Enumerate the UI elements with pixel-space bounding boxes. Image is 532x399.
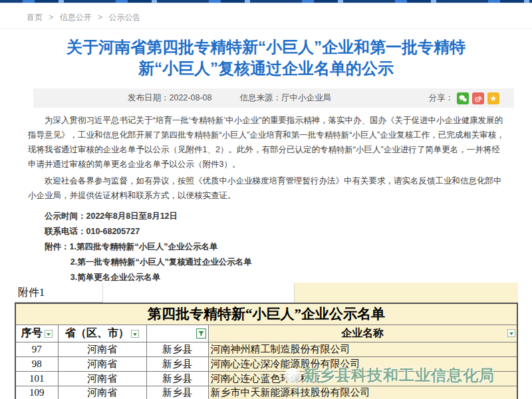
- wechat-glyph: [458, 94, 467, 103]
- header-province-label: 省（区、市）: [65, 327, 129, 338]
- page-title-line1: 关于河南省第四批专精特新“小巨人”企业和第一批专精特: [37, 37, 495, 58]
- publish-date-value: 2022-08-08: [170, 93, 212, 102]
- attachment-item-2: 2.第一批专精特新“小巨人”复核通过企业公示名单: [28, 255, 505, 270]
- header-province: 省（区、市）: [58, 325, 146, 342]
- info-source-label: 信息来源：: [239, 93, 281, 102]
- qzone-star-share-icon[interactable]: ★: [487, 92, 499, 104]
- cell-province: 河南省: [58, 371, 146, 386]
- cell-serial: 109: [15, 386, 58, 399]
- breadcrumb-separator: >: [49, 13, 53, 22]
- article-body: 为深入贯彻习近平总书记关于“培育一批‘专精特新’中小企业”的重要指示精神，落实中…: [28, 113, 505, 302]
- header-serial: 序号: [15, 325, 58, 342]
- cell-serial: 98: [15, 356, 58, 371]
- cell-county: 新乡县: [146, 386, 208, 399]
- info-source: 信息来源：厅中小企业局: [239, 92, 331, 104]
- wechat-share-icon[interactable]: [457, 92, 469, 104]
- empty-yellow-cell: [295, 283, 518, 303]
- cell-county: 新乡县: [146, 342, 208, 356]
- table-title: 第四批专精特新“小巨人”企业公示名单: [15, 303, 517, 325]
- table-row: 97 河南省 新乡县 河南神州精工制造股份有限公司: [15, 342, 517, 356]
- cell-company: 新乡市中天新能源科技股份有限公司: [208, 386, 517, 399]
- cell-company: 河南神州精工制造股份有限公司: [208, 342, 517, 356]
- breadcrumb-home-link[interactable]: 首页: [27, 13, 43, 22]
- cell-company: 河南心连心蓝色环保科技: [208, 371, 517, 386]
- notice-time-line: 公示时间：2022年8月8日至8月12日: [28, 209, 505, 224]
- cell-serial: 97: [15, 342, 58, 356]
- breadcrumb-info-link[interactable]: 信息公开: [60, 13, 92, 22]
- contact-phone-line: 联系电话：010-68205727: [28, 224, 505, 239]
- breadcrumb-separator: >: [98, 13, 102, 22]
- table-header-row: 序号 省（区、市） 企业名称: [15, 325, 517, 342]
- table-title-row: 第四批专精特新“小巨人”企业公示名单: [15, 303, 517, 325]
- attachments-label: 附件：: [45, 242, 70, 251]
- info-source-value: 厅中小企业局: [281, 93, 331, 102]
- share-label: 分享：: [429, 92, 454, 104]
- weibo-share-icon[interactable]: [472, 92, 484, 104]
- cell-province: 河南省: [58, 342, 146, 356]
- attachment-1-sheet: 附件1 第四批专精特新“小巨人”企业公示名单 序号 省（区、市） 企业名称: [15, 283, 518, 399]
- page-title: 关于河南省第四批专精特新“小巨人”企业和第一批专精特 新“小巨人”复核通过企业名…: [37, 37, 495, 79]
- header-serial-label: 序号: [21, 327, 43, 338]
- cell-province: 河南省: [58, 386, 146, 399]
- cell-company: 河南心连心深冷能源股份有限公司: [208, 356, 517, 371]
- page-title-line2: 新“小巨人”复核通过企业名单的公示: [37, 58, 495, 79]
- paragraph-1: 为深入贯彻习近平总书记关于“培育一批‘专精特新’中小企业”的重要指示精神，落实中…: [28, 113, 505, 172]
- breadcrumb-notice-link[interactable]: 公示公告: [108, 13, 140, 22]
- header-company-label: 企业名称: [341, 327, 384, 338]
- publish-date: 发布日期：2022-08-08: [128, 92, 211, 104]
- cell-serial: 101: [15, 371, 58, 386]
- publish-date-label: 发布日期：: [128, 93, 170, 102]
- star-glyph: ★: [490, 94, 497, 102]
- top-blue-bar: [0, 0, 532, 3]
- table-row: 101 河南省 新乡县 河南心连心蓝色环保科技: [15, 371, 517, 386]
- filter-funnel-icon[interactable]: [196, 329, 206, 338]
- sheet-top-strip: 附件1: [15, 283, 518, 303]
- cell-county: 新乡县: [146, 371, 208, 386]
- breadcrumb-divider: [0, 28, 532, 29]
- header-county: [146, 325, 208, 342]
- empty-cell: [103, 283, 295, 303]
- article-meta-bar: 发布日期：2022-08-08 信息来源：厅中小企业局 分享： ★: [33, 88, 514, 108]
- paragraph-2: 欢迎社会各界参与监督，如有异议，按照《优质中小企业梯度培育管理暂行办法》中有关要…: [28, 174, 505, 203]
- header-company: 企业名称: [208, 325, 517, 342]
- table-row: 98 河南省 新乡县 河南心连心深冷能源股份有限公司: [15, 356, 517, 371]
- breadcrumb: 首页 > 信息公开 > 公示公告: [27, 12, 140, 23]
- filter-dropdown-icon[interactable]: [45, 330, 53, 338]
- attachments-line-1: 附件：1.第四批专精特新“小巨人”企业公示名单: [28, 239, 505, 255]
- filter-dropdown-icon[interactable]: [507, 329, 515, 337]
- share-bar: 分享： ★: [429, 92, 500, 104]
- filter-dropdown-icon[interactable]: [131, 330, 139, 338]
- cell-province: 河南省: [58, 356, 146, 371]
- table-row: 109 河南省 新乡县 新乡市中天新能源科技股份有限公司: [15, 386, 517, 399]
- attachment-1-label: 附件1: [15, 283, 103, 303]
- cell-county: 新乡县: [146, 356, 208, 371]
- weibo-glyph: [473, 94, 483, 103]
- attachment-item-1: 1.第四批专精特新“小巨人”企业公示名单: [70, 242, 218, 251]
- company-table: 第四批专精特新“小巨人”企业公示名单 序号 省（区、市） 企业名称 97 河南省…: [15, 303, 518, 399]
